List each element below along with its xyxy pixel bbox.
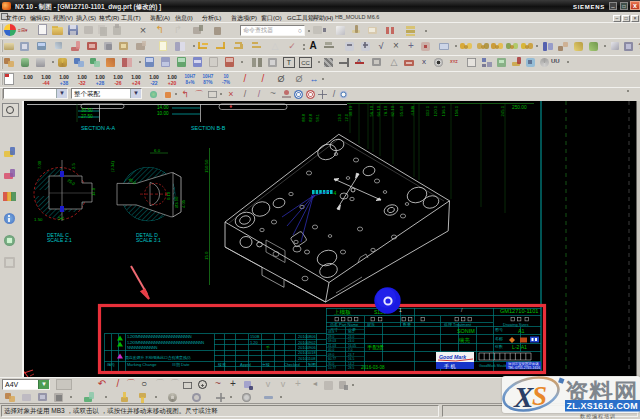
svg-text:50.2: 50.2 bbox=[348, 330, 354, 334]
svg-text:名称: 名称 bbox=[495, 336, 503, 341]
svg-text:40.0: 40.0 bbox=[328, 348, 334, 352]
svg-text:95.60: 95.60 bbox=[399, 105, 404, 116]
svg-text:日期 Date: 日期 Date bbox=[172, 362, 190, 367]
svg-text:150B: 150B bbox=[250, 334, 260, 339]
svg-text:88.8: 88.8 bbox=[301, 113, 306, 122]
svg-text:核准: 核准 bbox=[217, 362, 226, 367]
svg-text:158.1: 158.1 bbox=[454, 105, 459, 116]
svg-text:(2.34): (2.34) bbox=[110, 160, 115, 172]
svg-text:ZL.XS1616.COM: ZL.XS1616.COM bbox=[567, 401, 638, 411]
svg-text:09.0: 09.0 bbox=[328, 353, 334, 357]
svg-text:2.5: 2.5 bbox=[71, 163, 76, 169]
svg-text:10.00: 10.00 bbox=[157, 111, 169, 116]
svg-text:镶亮: 镶亮 bbox=[458, 337, 470, 344]
svg-text:28.5: 28.5 bbox=[348, 366, 354, 370]
svg-text:40.0: 40.0 bbox=[328, 330, 334, 334]
svg-text:24.0: 24.0 bbox=[348, 335, 354, 339]
svg-text:120.1: 120.1 bbox=[433, 105, 438, 116]
svg-text:SECTION B-B: SECTION B-B bbox=[191, 125, 226, 131]
svg-text:20101018: 20101018 bbox=[298, 350, 317, 355]
svg-text:SONIM: SONIM bbox=[457, 328, 475, 334]
svg-text:64.10: 64.10 bbox=[376, 105, 381, 116]
svg-text:2016-03-08: 2016-03-08 bbox=[361, 365, 385, 370]
svg-text:X: X bbox=[513, 381, 534, 413]
svg-text:0.10: 0.10 bbox=[166, 191, 171, 200]
svg-text:审核: 审核 bbox=[262, 362, 270, 367]
svg-text:14.2: 14.2 bbox=[348, 362, 354, 366]
svg-text:1: 1 bbox=[399, 307, 402, 313]
svg-text:编号: 编号 bbox=[107, 362, 115, 367]
svg-text:NNNNNNNNNNNN: NNNNNNNNNNNN bbox=[127, 345, 157, 350]
svg-text:1.20: 1.20 bbox=[250, 340, 259, 345]
svg-text:14.00: 14.00 bbox=[157, 105, 169, 110]
svg-text:82.10: 82.10 bbox=[390, 105, 395, 116]
svg-text:30.10: 30.10 bbox=[348, 105, 353, 116]
svg-text:1.50: 1.50 bbox=[34, 217, 43, 222]
svg-text:59.03: 59.03 bbox=[328, 339, 336, 343]
svg-text:1-2XXMNNNNNNNNNNNNNNNNNNNNN: 1-2XXMNNNNNNNNNNNNNNNNNNNNN bbox=[127, 334, 192, 339]
svg-text:GM12710-1101: GM12710-1101 bbox=[500, 308, 538, 314]
svg-text:张数: 张数 bbox=[495, 344, 503, 349]
svg-text:图号: 图号 bbox=[495, 327, 503, 332]
svg-text:7.00: 7.00 bbox=[37, 160, 42, 169]
svg-text:手配绕: 手配绕 bbox=[367, 344, 384, 351]
svg-text:20100806: 20100806 bbox=[298, 334, 317, 339]
svg-text:41.03: 41.03 bbox=[328, 344, 336, 348]
svg-text:Good Mark: Good Mark bbox=[439, 354, 467, 360]
svg-text:4.05: 4.05 bbox=[181, 199, 186, 208]
svg-text:250.00: 250.00 bbox=[512, 105, 527, 110]
svg-text:19.0: 19.0 bbox=[337, 113, 342, 122]
svg-text:TEL:0755-2745-1616: TEL:0755-2745-1616 bbox=[508, 366, 540, 370]
svg-text:30.50: 30.50 bbox=[81, 108, 93, 113]
svg-text:10.77: 10.77 bbox=[328, 366, 336, 370]
svg-text:SECTION A-A: SECTION A-A bbox=[81, 125, 116, 131]
svg-text:15.0: 15.0 bbox=[204, 251, 209, 260]
svg-text:两边直焊升 不能细换此口含有液童残品: 两边直焊升 不能细换此口含有液童残品 bbox=[125, 355, 191, 360]
svg-text:58.1: 58.1 bbox=[315, 113, 320, 122]
svg-text:处理 Treatment: 处理 Treatment bbox=[444, 322, 472, 327]
svg-text:SCALE 3:1: SCALE 3:1 bbox=[136, 237, 161, 243]
svg-text:L-2 A1: L-2 A1 bbox=[512, 344, 527, 350]
svg-text:6.0: 6.0 bbox=[154, 148, 161, 153]
svg-text:4-M8: 4-M8 bbox=[410, 105, 415, 115]
svg-text:82.8: 82.8 bbox=[308, 113, 313, 122]
svg-text:A1: A1 bbox=[518, 328, 525, 334]
svg-text:24.7: 24.7 bbox=[348, 353, 354, 357]
svg-text:14.0: 14.0 bbox=[91, 187, 96, 196]
svg-text:150.50: 150.50 bbox=[204, 159, 209, 173]
svg-text:245.1: 245.1 bbox=[500, 105, 505, 116]
svg-text:78.10: 78.10 bbox=[383, 105, 388, 116]
svg-text:16.05: 16.05 bbox=[348, 344, 356, 348]
svg-text:112.1: 112.1 bbox=[425, 105, 430, 116]
svg-text:Ø3.90: Ø3.90 bbox=[174, 196, 179, 208]
svg-text:7.0: 7.0 bbox=[348, 348, 353, 352]
svg-text:Marking Change: Marking Change bbox=[127, 362, 157, 367]
svg-text:4: 4 bbox=[334, 190, 337, 196]
svg-text:手 机: 手 机 bbox=[444, 363, 455, 369]
svg-text:60.77: 60.77 bbox=[328, 357, 336, 361]
svg-text:手: 手 bbox=[265, 345, 270, 350]
svg-text:数量: 数量 bbox=[403, 322, 411, 327]
svg-text:S: S bbox=[532, 381, 547, 411]
svg-text:20101108: 20101108 bbox=[298, 356, 316, 361]
svg-text:136.1: 136.1 bbox=[441, 105, 446, 116]
svg-text:24.0: 24.0 bbox=[348, 339, 354, 343]
svg-text:56.10: 56.10 bbox=[369, 105, 374, 116]
svg-text:上模板: 上模板 bbox=[334, 309, 351, 315]
svg-text:16.5: 16.5 bbox=[348, 357, 354, 361]
svg-text:30.0: 30.0 bbox=[328, 362, 334, 366]
svg-text:Drawing Sizes: Drawing Sizes bbox=[503, 322, 529, 327]
svg-text:Checked: Checked bbox=[284, 362, 300, 367]
svg-text:09.0: 09.0 bbox=[328, 335, 334, 339]
svg-text:27.50: 27.50 bbox=[81, 114, 93, 119]
svg-text:SCALE 2:1: SCALE 2:1 bbox=[47, 237, 72, 243]
svg-text:Apprd: Apprd bbox=[240, 362, 251, 367]
